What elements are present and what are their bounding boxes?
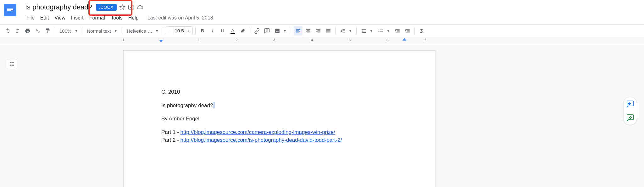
toolbar: 100%▼ Normal text▼ Helvetica …▼ − 10.5 +… — [0, 25, 644, 37]
document-page[interactable]: C. 2010 Is photography dead? By Amber Fo… — [123, 50, 436, 187]
zoom-select[interactable]: 100%▼ — [58, 26, 80, 36]
title-row: Is photography dead? .DOCX — [24, 3, 640, 12]
menu-help[interactable]: Help — [126, 14, 141, 22]
menu-tools[interactable]: Tools — [108, 14, 125, 22]
bulleted-list-button[interactable]: ▼ — [376, 26, 392, 36]
font-size-decrease[interactable]: − — [166, 27, 174, 35]
redo-button[interactable] — [13, 26, 22, 36]
spellcheck-button[interactable] — [33, 26, 42, 36]
italic-button[interactable]: I — [208, 26, 217, 36]
font-value: Helvetica … — [127, 28, 152, 34]
ruler-tick: 1 — [198, 38, 200, 42]
right-indent-marker[interactable] — [402, 38, 406, 41]
print-button[interactable] — [23, 26, 32, 36]
style-value: Normal text — [87, 28, 111, 34]
ruler-tick: 1 — [122, 38, 124, 42]
align-center-button[interactable] — [304, 26, 313, 36]
docx-badge: .DOCX — [96, 4, 117, 11]
font-size-increase[interactable]: + — [185, 27, 192, 35]
separator — [291, 27, 291, 35]
docs-logo[interactable] — [4, 4, 16, 16]
align-left-button[interactable] — [294, 26, 303, 36]
link-button[interactable] — [253, 26, 261, 36]
separator — [335, 27, 336, 35]
menu-bar: File Edit View Insert Format Tools Help … — [24, 14, 640, 22]
text-cursor — [213, 102, 215, 108]
separator — [356, 27, 357, 35]
increase-indent-button[interactable] — [403, 26, 412, 36]
menu-insert[interactable]: Insert — [69, 14, 86, 22]
doc-line: Part 1 - http://blog.imagesource.com/cam… — [161, 129, 398, 136]
doc-line: Is photography dead? — [161, 102, 398, 110]
comment-button[interactable] — [263, 26, 271, 36]
ruler[interactable]: 1 1 2 3 4 5 6 7 — [0, 37, 644, 43]
left-indent-marker[interactable] — [159, 40, 163, 42]
separator — [82, 27, 82, 35]
font-select[interactable]: Helvetica …▼ — [125, 26, 160, 36]
bold-button[interactable]: B — [198, 26, 207, 36]
separator — [122, 27, 122, 35]
undo-button[interactable] — [3, 26, 12, 36]
separator — [414, 27, 415, 35]
highlight-button[interactable] — [238, 26, 247, 36]
outline-toggle-button[interactable] — [7, 59, 17, 69]
last-edit-link[interactable]: Last edit was on April 5, 2018 — [147, 15, 213, 21]
app-header: Is photography dead? .DOCX File Edit Vie… — [0, 0, 644, 22]
doc-link[interactable]: http://blog.imagesource.com/camera-explo… — [180, 129, 335, 135]
workspace: C. 2010 Is photography dead? By Amber Fo… — [0, 43, 644, 187]
style-select[interactable]: Normal text▼ — [85, 26, 119, 36]
move-folder-icon[interactable] — [128, 4, 134, 10]
text-color-button[interactable]: A — [228, 26, 237, 36]
paint-format-button[interactable] — [43, 26, 52, 36]
side-actions — [623, 97, 637, 125]
separator — [163, 27, 163, 35]
align-justify-button[interactable] — [324, 26, 333, 36]
suggest-edits-button[interactable] — [626, 113, 635, 122]
add-comment-button[interactable] — [626, 100, 635, 108]
ruler-tick: 3 — [273, 38, 275, 42]
clear-formatting-button[interactable] — [417, 26, 426, 36]
menu-edit[interactable]: Edit — [38, 14, 52, 22]
line-spacing-button[interactable]: ▼ — [338, 26, 354, 36]
separator — [250, 27, 250, 35]
decrease-indent-button[interactable] — [393, 26, 402, 36]
doc-line: Part 2 - http://blog.imagesource.com/is-… — [161, 136, 398, 144]
ruler-tick: 2 — [236, 38, 237, 42]
font-size-input[interactable]: 10.5 — [174, 27, 185, 35]
font-size-control: − 10.5 + — [166, 26, 193, 35]
ruler-tick: 5 — [349, 38, 351, 42]
cloud-status-icon[interactable] — [137, 4, 143, 10]
doc-line: C. 2010 — [161, 88, 398, 96]
document-title[interactable]: Is photography dead? — [24, 3, 93, 12]
underline-button[interactable]: U — [218, 26, 227, 36]
image-button[interactable]: ▼ — [273, 26, 288, 36]
checklist-button[interactable]: ▼ — [359, 26, 375, 36]
menu-view[interactable]: View — [52, 14, 68, 22]
separator — [195, 27, 196, 35]
align-right-button[interactable] — [314, 26, 323, 36]
ruler-tick: 4 — [311, 38, 313, 42]
menu-file[interactable]: File — [24, 14, 37, 22]
document-body[interactable]: C. 2010 Is photography dead? By Amber Fo… — [161, 88, 398, 144]
doc-line: By Amber Fogel — [161, 115, 398, 123]
separator — [55, 27, 55, 35]
star-icon[interactable] — [119, 4, 125, 10]
menu-format[interactable]: Format — [87, 14, 108, 22]
ruler-tick: 6 — [386, 38, 388, 42]
zoom-value: 100% — [59, 28, 71, 34]
title-area: Is photography dead? .DOCX File Edit Vie… — [24, 3, 640, 22]
doc-link[interactable]: http://blog.imagesource.com/is-photograp… — [180, 137, 342, 143]
ruler-tick: 7 — [424, 38, 426, 42]
